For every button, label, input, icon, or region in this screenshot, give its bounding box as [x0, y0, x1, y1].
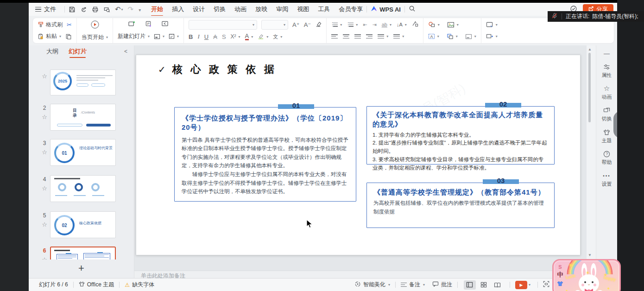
star-icon[interactable]: ☆	[40, 221, 49, 228]
tab-outline[interactable]: 大纲	[46, 47, 58, 56]
char-spacing-button[interactable]: ab▾	[382, 22, 391, 27]
strikethrough-button[interactable]: A	[213, 33, 217, 40]
rail-item-transition[interactable]: 切换	[602, 107, 612, 122]
slide-canvas[interactable]: d3ry 辅导员(智科) ✓ 核 心 政 策 依 据 01 《学士学位授权与授予…	[134, 45, 587, 271]
bullet-list-button[interactable]: ▾	[331, 23, 342, 27]
play-from-current-button[interactable]: 当页开始▾	[82, 33, 108, 41]
tab-wps-ai[interactable]: WPS AI	[371, 6, 401, 13]
print-icon[interactable]	[92, 6, 99, 13]
align-justify-button[interactable]	[354, 34, 361, 38]
rail-item-settings[interactable]: ••• 设置	[602, 172, 612, 188]
increase-font-button[interactable]: A⁺	[292, 21, 300, 28]
panel-collapse-button[interactable]: <	[124, 48, 127, 55]
font-name-select[interactable]: ▾	[189, 20, 257, 30]
font-color-button[interactable]: A▾	[245, 33, 253, 40]
arrange-button[interactable]: ▾	[447, 33, 458, 39]
search-icon[interactable]	[409, 5, 416, 13]
star-icon[interactable]: ☆	[40, 185, 49, 192]
star-icon[interactable]: ☆	[40, 256, 49, 259]
scroll-down-icon[interactable]: ▼	[587, 253, 593, 257]
export-slides-button[interactable]: ▾	[486, 34, 498, 39]
comments-button[interactable]: 批注	[432, 281, 452, 289]
line-spacing-button[interactable]: ▾	[378, 34, 388, 38]
format-painter-button[interactable]: 格式刷	[38, 21, 63, 29]
policy-box-2[interactable]: 02 《关于深化本科教育教学改革全面提高人才培养质量的意见》 1. 支持学有余力…	[366, 106, 555, 164]
underline-button[interactable]: U	[204, 33, 208, 40]
normal-view-button[interactable]	[464, 280, 476, 290]
file-menu[interactable]: 文件	[35, 5, 56, 13]
slide-sorter-view-button[interactable]	[478, 280, 490, 290]
notes-bar[interactable]: 单击此处添加备注	[134, 271, 587, 278]
slide-6[interactable]: d3ry 辅导员(智科) ✓ 核 心 政 策 依 据 01 《学士学位授权与授予…	[136, 55, 581, 255]
distribute-button[interactable]: ▾	[393, 34, 404, 38]
font-size-select[interactable]: ▾	[261, 20, 288, 30]
new-slide-icon[interactable]	[128, 20, 136, 29]
policy-box-1[interactable]: 01 《学士学位授权与授予管理办法》（学位〔2019〕20号） 第十四条 具有学…	[174, 107, 356, 202]
redo-button[interactable]: ↷	[128, 5, 134, 13]
save-icon[interactable]	[69, 6, 76, 13]
meeting-drawer-handle[interactable]	[613, 111, 617, 138]
insert-shape-button[interactable]: ▾	[428, 21, 440, 28]
rail-item-help[interactable]: ? 帮助	[602, 150, 612, 166]
star-icon[interactable]: ☆	[40, 73, 49, 80]
slide-layout-button[interactable]: ▾	[154, 34, 164, 39]
star-icon[interactable]: ☆	[40, 149, 49, 156]
tab-home[interactable]: 开始	[151, 5, 163, 13]
text-direction-button[interactable]: ↓A▾	[397, 22, 407, 27]
add-slide-button[interactable]: +	[29, 262, 134, 274]
print-preview-icon[interactable]	[103, 6, 110, 13]
align-right-button[interactable]	[366, 34, 373, 38]
italic-button[interactable]: I	[197, 33, 199, 40]
missing-font-button[interactable]: ⚠ 缺失字体	[125, 281, 154, 289]
rail-collapse-icon[interactable]: —	[604, 50, 610, 57]
scrollbar-thumb[interactable]	[588, 53, 591, 122]
clear-format-icon[interactable]	[315, 21, 322, 29]
play-from-current-icon[interactable]	[90, 20, 100, 31]
tab-transition[interactable]: 切换	[214, 5, 226, 13]
tab-insert[interactable]: 插入	[172, 5, 184, 13]
rail-item-properties[interactable]: 属性	[602, 63, 612, 79]
slide-master-button[interactable]: ▾	[465, 34, 476, 39]
superscript-button[interactable]: X²▾	[231, 33, 240, 40]
slideshow-play-button[interactable]: ▶	[515, 281, 527, 289]
reading-view-button[interactable]	[492, 280, 504, 290]
fit-slide-icon[interactable]	[543, 281, 549, 289]
ime-sticker-overlay[interactable]: ★ ★ ★ Luck happy S 中	[552, 259, 621, 291]
cut-button[interactable]: ✂	[67, 21, 72, 28]
notes-button[interactable]: 备注▾	[401, 281, 425, 289]
vertical-scrollbar[interactable]: ▲ ▼ ▲ ▼	[587, 45, 593, 271]
policy-box-3[interactable]: 03 《普通高等学校学生管理规定》（教育部令第41号） 为高校开展包括辅修、双学…	[366, 183, 555, 228]
decrease-font-button[interactable]: A⁻	[304, 21, 311, 28]
text-tool-icon[interactable]	[412, 20, 418, 29]
merge-shapes-button[interactable]: ▾	[486, 22, 498, 28]
increase-indent-button[interactable]: ⇥	[372, 22, 376, 28]
rail-item-animation[interactable]: ☆ 动画	[602, 85, 612, 101]
bold-button[interactable]: B	[189, 33, 193, 40]
shadow-button[interactable]: S	[222, 33, 226, 40]
insert-textbox-button[interactable]: A▾	[428, 33, 439, 39]
scroll-up-icon[interactable]: ▲	[587, 47, 593, 51]
ime-skin-shirt-icon[interactable]	[557, 280, 563, 288]
pinyin-button[interactable]: 文▾	[273, 33, 282, 40]
tab-review[interactable]: 审阅	[276, 5, 288, 13]
tab-slideshow[interactable]: 放映	[255, 5, 267, 13]
numbered-list-button[interactable]: ▾	[347, 23, 358, 27]
rail-item-theme[interactable]: 主题	[602, 128, 612, 144]
theme-button[interactable]: Office 主题	[79, 281, 114, 289]
new-slide-button[interactable]: 新建幻灯片▾	[118, 32, 150, 40]
decrease-indent-button[interactable]: ⇤	[363, 22, 367, 28]
ime-mode-indicator[interactable]: 中	[557, 271, 563, 279]
insert-image-button[interactable]: ▾	[447, 22, 459, 28]
align-left-button[interactable]	[331, 34, 338, 38]
tab-slides[interactable]: 幻灯片	[69, 47, 87, 56]
star-icon[interactable]: ☆	[40, 114, 49, 120]
paste-button[interactable]: 粘贴▾	[38, 32, 61, 40]
highlight-button[interactable]: ▾	[258, 34, 268, 39]
quickbar-more-icon[interactable]: ▾	[138, 6, 141, 13]
from-beginning-icon[interactable]	[161, 20, 169, 29]
tab-design[interactable]: 设计	[193, 5, 205, 13]
tab-tools[interactable]: 工具	[318, 5, 330, 13]
checklist-button[interactable]: ▾	[169, 33, 179, 39]
tab-view[interactable]: 视图	[297, 5, 309, 13]
undo-button[interactable]: ↶▾	[115, 5, 123, 13]
